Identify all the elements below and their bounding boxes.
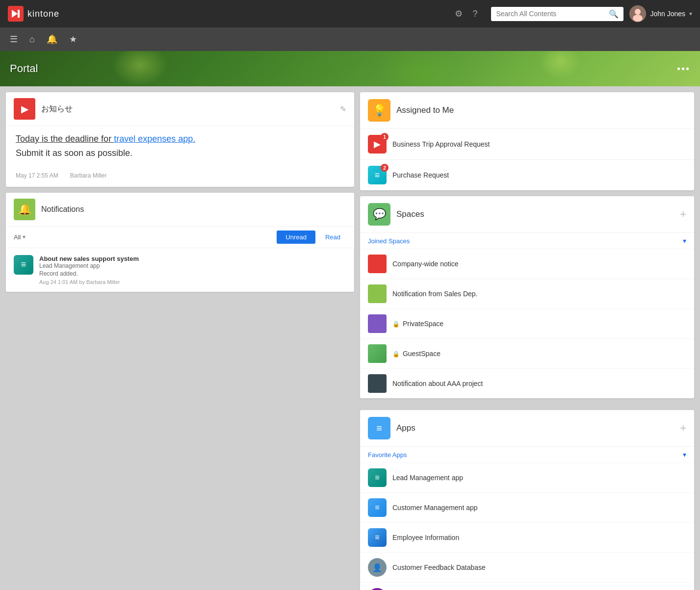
notifications-title: Notifications	[41, 205, 84, 214]
apps-card: ≡ Apps + Favorite Apps ▾ ≡ Lead Manageme…	[360, 410, 694, 590]
space-name-4: Notification about AAA project	[392, 380, 483, 387]
announcement-header: ▶ お知らせ ✎	[6, 92, 354, 126]
top-navigation: kintone ⚙ ? 🔍 John Jones ▾	[0, 0, 700, 27]
app-icon-char-2: ≡	[375, 533, 379, 542]
assigned-item-1[interactable]: ≡ 2 Purchase Request	[360, 159, 694, 190]
notification-timestamp: Aug 24 1:01 AM	[39, 279, 78, 285]
bell-icon[interactable]: 🔔	[47, 34, 57, 45]
filter-unread-button[interactable]: Unread	[277, 231, 315, 244]
announcement-text-line2: Submit it as soon as possible.	[16, 146, 344, 160]
portal-title: Portal	[10, 62, 38, 75]
spaces-header: 💬 Spaces +	[360, 196, 694, 232]
space-item-2[interactable]: 🔒 PrivateSpace	[360, 308, 694, 338]
notification-app-name: About new sales support system	[39, 255, 139, 262]
space-thumb-1	[368, 284, 387, 303]
favorite-apps-label: Favorite Apps	[368, 451, 683, 459]
assigned-item-0[interactable]: ▶ 1 Business Trip Approval Request	[360, 128, 694, 159]
announcement-text-line1: Today is the deadline for travel expense…	[16, 132, 344, 146]
announcement-icon-box: ▶	[14, 98, 35, 120]
logo[interactable]: kintone	[8, 6, 59, 22]
assigned-app-icon-1: ≡ 2	[368, 166, 387, 184]
star-icon[interactable]: ★	[69, 34, 77, 45]
portal-more-button[interactable]: •••	[677, 63, 690, 75]
notification-app-sub: Lead Management app	[39, 262, 139, 269]
announcement-card: ▶ お知らせ ✎ Today is the deadline for trave…	[6, 92, 354, 187]
app-name-0: Lead Management app	[392, 474, 463, 482]
app-icon-char-1: ≡	[375, 503, 379, 512]
notification-item[interactable]: ≡ About new sales support system Lead Ma…	[6, 248, 354, 292]
app-item-4[interactable]: 👤 Prospects & Customers	[360, 582, 694, 590]
assigned-header: 💡 Assigned to Me	[360, 92, 694, 128]
app-icon-3: 👤	[368, 558, 387, 577]
avatar	[629, 5, 646, 22]
space-item-0[interactable]: Company-wide notice	[360, 249, 694, 279]
chevron-down-icon: ▾	[689, 10, 692, 17]
svg-point-5	[633, 15, 643, 22]
second-navigation: ☰ ⌂ 🔔 ★	[0, 27, 700, 51]
notifications-icon-box: 🔔	[14, 199, 35, 220]
app-icon-1: ≡	[368, 498, 387, 517]
filter-read-button[interactable]: Read	[319, 231, 346, 244]
portal-banner: Portal •••	[0, 51, 700, 86]
space-name-0: Company-wide notice	[392, 260, 459, 268]
right-panel: 💡 Assigned to Me ▶ 1 Business Trip Appro…	[360, 92, 694, 590]
nav-right-area: ⚙ ? 🔍 John Jones ▾	[455, 5, 692, 22]
app-icon-char-0: ≡	[375, 473, 379, 482]
logo-text: kintone	[27, 9, 59, 19]
space-thumb-2	[368, 314, 387, 333]
filter-all-button[interactable]: All ▾	[14, 233, 26, 241]
search-input[interactable]	[496, 10, 606, 18]
badge-0: 1	[381, 133, 389, 141]
user-info[interactable]: John Jones ▾	[629, 5, 692, 22]
edit-icon[interactable]: ✎	[340, 104, 346, 114]
app-item-3[interactable]: 👤 Customer Feedback Database	[360, 552, 694, 582]
space-item-3[interactable]: 🔒 GuestSpace	[360, 338, 694, 368]
svg-point-4	[635, 9, 641, 15]
help-icon[interactable]: ?	[472, 9, 477, 19]
announcement-text-prefix: Today is the deadline for	[16, 134, 114, 144]
space-name-1: Notification from Sales Dep.	[392, 290, 478, 298]
add-space-button[interactable]: +	[680, 208, 686, 221]
space-item-1[interactable]: Notification from Sales Dep.	[360, 279, 694, 308]
home-icon[interactable]: ⌂	[29, 34, 35, 45]
assigned-icon-box: 💡	[368, 99, 390, 122]
add-app-button[interactable]: +	[680, 422, 686, 435]
badge-1: 2	[381, 164, 389, 172]
lock-icon-3: 🔒	[392, 351, 400, 358]
app-item-1[interactable]: ≡ Customer Management app	[360, 492, 694, 522]
assigned-app-icon-char-0: ▶	[374, 139, 381, 150]
app-item-0[interactable]: ≡ Lead Management app	[360, 462, 694, 492]
notification-record: Record added.	[39, 270, 139, 277]
notifications-header: 🔔 Notifications	[6, 193, 354, 226]
notifications-card: 🔔 Notifications All ▾ Unread Read ≡	[6, 193, 354, 292]
assigned-title: Assigned to Me	[396, 105, 454, 115]
announcement-body: Today is the deadline for travel expense…	[6, 126, 354, 168]
hamburger-icon[interactable]: ☰	[10, 34, 18, 45]
user-name: John Jones	[650, 10, 685, 18]
space-item-4[interactable]: Notification about AAA project	[360, 368, 694, 398]
logo-icon	[8, 6, 24, 22]
app-item-2[interactable]: ≡ Employee Information	[360, 522, 694, 552]
app-icon-4: 👤	[368, 588, 387, 590]
spaces-title: Spaces	[396, 209, 674, 219]
apps-header: ≡ Apps +	[360, 410, 694, 446]
gear-icon[interactable]: ⚙	[455, 8, 463, 19]
bulb-icon: 💡	[373, 104, 386, 117]
announcement-meta: May 17 2:55 AM Barbara Miller	[6, 168, 354, 187]
nav-action-icons: ⚙ ?	[455, 8, 477, 19]
joined-spaces-label: Joined Spaces	[368, 237, 683, 245]
app-icon-2: ≡	[368, 528, 387, 547]
search-icon[interactable]: 🔍	[609, 9, 619, 19]
chevron-down-apps-icon: ▾	[683, 451, 686, 459]
announcement-play-icon: ▶	[21, 103, 28, 115]
notification-content: About new sales support system Lead Mana…	[39, 255, 139, 285]
filter-dropdown-icon[interactable]: ▾	[23, 233, 26, 240]
joined-spaces-section[interactable]: Joined Spaces ▾	[360, 232, 694, 249]
notification-app-icon-char: ≡	[21, 259, 26, 270]
favorite-apps-section[interactable]: Favorite Apps ▾	[360, 446, 694, 462]
notification-by: by Barbara Miller	[79, 279, 120, 285]
chevron-down-spaces-icon: ▾	[683, 237, 686, 245]
announcement-link[interactable]: travel expenses app.	[114, 134, 195, 144]
space-name-3: 🔒 GuestSpace	[392, 350, 441, 358]
apps-title: Apps	[396, 423, 674, 433]
